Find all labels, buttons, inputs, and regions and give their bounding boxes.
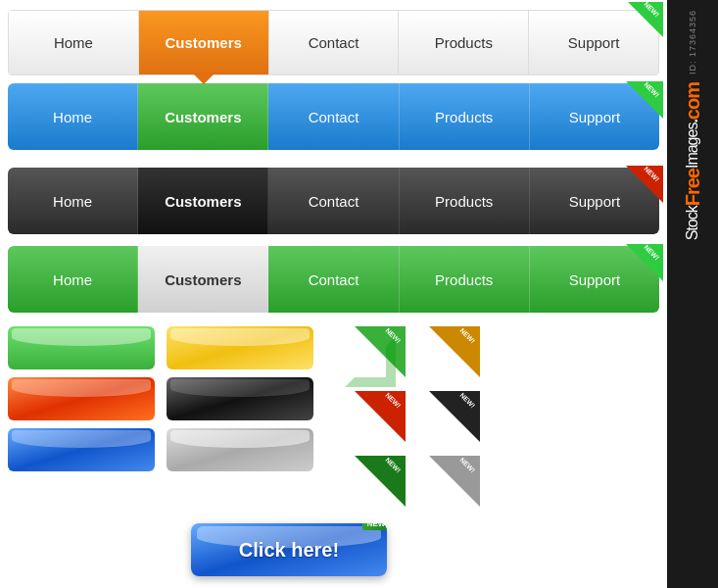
ribbon-red: NEW! <box>345 391 406 452</box>
buttons-col1 <box>8 326 155 518</box>
ribbon-gold-tri <box>429 326 480 377</box>
main-content: Home Customers Contact Products Support … <box>0 0 667 588</box>
nav2-section: Home Customers Contact Products Support … <box>0 83 667 150</box>
click-here-new-badge: NEW! <box>362 523 387 530</box>
ribbon-dkgreen-tri <box>355 456 406 507</box>
ribbons-grid: NEW! NEW! NEW! NEW! NEW! <box>345 326 486 518</box>
nav3-new-badge-wrapper: NEW! <box>626 166 663 203</box>
nav3-products[interactable]: Products <box>400 168 530 234</box>
nav4-customers[interactable]: Customers <box>138 246 268 313</box>
nav3-contact[interactable]: Contact <box>268 168 399 234</box>
nav2: Home Customers Contact Products Support <box>8 83 659 150</box>
click-here-wrapper: Click here! NEW! <box>191 523 387 576</box>
button-silver[interactable] <box>167 428 313 471</box>
ribbon-dkgreen: NEW! <box>345 456 406 516</box>
nav1-products[interactable]: Products <box>399 11 529 74</box>
nav1-contact[interactable]: Contact <box>269 11 400 74</box>
nav3-home[interactable]: Home <box>8 168 138 234</box>
sidebar-id: ID: 17364356 <box>688 10 697 74</box>
button-green[interactable] <box>8 326 155 369</box>
nav4-contact[interactable]: Contact <box>268 246 399 313</box>
nav2-customers[interactable]: Customers <box>138 83 268 150</box>
nav2-new-badge-wrapper: NEW! <box>626 81 663 119</box>
nav3-section: Home Customers Contact Products Support … <box>0 168 667 234</box>
nav2-home[interactable]: Home <box>8 83 138 150</box>
nav4-new-badge-wrapper: NEW! <box>626 244 663 281</box>
button-yellow[interactable] <box>167 326 313 369</box>
ribbon-silver-tri <box>429 456 480 507</box>
button-black[interactable] <box>167 377 313 420</box>
ribbon-black: NEW! <box>419 391 480 452</box>
nav3-customers[interactable]: Customers <box>138 168 268 234</box>
button-orange[interactable] <box>8 377 155 420</box>
nav4: Home Customers Contact Products Support <box>8 246 659 313</box>
ribbon-red-tri <box>355 391 406 442</box>
nav1-section: Home Customers Contact Products Support … <box>0 0 667 75</box>
nav2-contact[interactable]: Contact <box>268 83 399 150</box>
sidebar-brand: StockFreeImages.com <box>682 82 703 240</box>
button-blue[interactable] <box>8 428 155 471</box>
nav4-home[interactable]: Home <box>8 246 138 313</box>
nav1-customers[interactable]: Customers <box>139 11 269 74</box>
nav1-new-badge-wrapper: NEW! <box>628 2 663 37</box>
nav4-section: Home Customers Contact Products Support … <box>0 246 667 313</box>
ribbon-green: NEW! <box>345 326 406 387</box>
click-here-button[interactable]: Click here! NEW! <box>191 523 387 576</box>
nav1: Home Customers Contact Products Support <box>8 10 659 75</box>
nav4-products[interactable]: Products <box>400 246 530 313</box>
click-here-label: Click here! <box>239 539 339 562</box>
buttons-col2 <box>167 326 313 518</box>
buttons-ribbons-section: NEW! NEW! NEW! NEW! NEW! <box>0 326 667 518</box>
sidebar: ID: 17364356 StockFreeImages.com <box>667 0 718 588</box>
nav2-products[interactable]: Products <box>400 83 530 150</box>
nav3: Home Customers Contact Products Support <box>8 168 659 234</box>
ribbon-gold: NEW! <box>419 326 480 387</box>
ribbon-silver: NEW! <box>419 456 480 516</box>
ribbon-black-tri <box>429 391 480 442</box>
nav1-home[interactable]: Home <box>9 11 139 74</box>
